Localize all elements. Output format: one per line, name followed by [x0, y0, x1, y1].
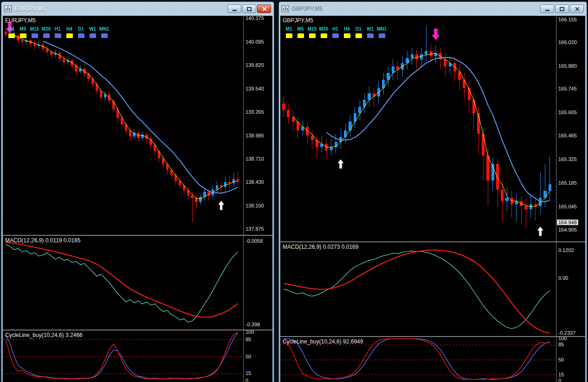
timeframe-MN1: MN1 [98, 26, 110, 38]
chart-window-eurjpy: EURJPY,M5 EURJPY,M5 M1M5M15M30H1H4D1W1MN… [1, 1, 274, 382]
axis-tick: 85 [558, 342, 564, 347]
symbol-label: EURJPY,M5 [5, 17, 36, 24]
timeframe-H4: H4 [341, 26, 353, 38]
timeframe-W1: W1 [364, 26, 376, 38]
axis-tick: 165.880 [558, 63, 577, 69]
price-chart[interactable]: EURJPY,M5 M1M5M15M30H1H4D1W1MN1 [3, 16, 243, 235]
symbol-label: GBPJPY,M5 [283, 17, 313, 24]
cycleline-scale[interactable]: 1008550150 [243, 330, 272, 382]
axis-tick: 166.020 [558, 39, 577, 45]
price-chart[interactable]: GBPJPY,M5 M1M5M15M30H1H4D1W1MN1 [280, 16, 556, 241]
cycleline-chart[interactable]: CycleLine_buy(10,24,6) 92.6949 [280, 337, 556, 382]
axis-tick: 0.00 [558, 275, 568, 281]
maximize-button[interactable] [555, 5, 569, 13]
price-scale[interactable]: 140.375140.095139.820139.540139.265138.9… [243, 16, 272, 235]
timeframe-label: D1 [78, 26, 84, 32]
timeframe-M30: M30 [318, 26, 330, 38]
titlebar[interactable]: EURJPY,M5 [3, 2, 272, 16]
close-button[interactable] [570, 5, 584, 13]
timeframe-label: H1 [55, 26, 61, 32]
timeframe-state-square [78, 33, 84, 38]
timeframe-state-square [309, 33, 316, 38]
chart-client-area: GBPJPY,M5 M1M5M15M30H1H4D1W1MN1 166.1551… [280, 16, 585, 382]
timeframe-label: M30 [42, 26, 51, 32]
timeframe-D1: D1 [75, 26, 87, 38]
axis-tick: 138.710 [246, 156, 264, 162]
axis-tick: -0.398 [246, 322, 260, 327]
up-signal-arrow [537, 227, 544, 236]
timeframe-M1: M1 [283, 26, 295, 38]
minimize-button[interactable] [540, 5, 554, 13]
timeframe-state-square [90, 33, 96, 38]
timeframe-label: M5 [20, 26, 26, 32]
window-title: GBPJPY,M5 [292, 6, 537, 12]
axis-tick: 165.185 [558, 180, 577, 186]
timeframe-D1: D1 [353, 26, 364, 38]
timeframe-M1: M1 [6, 26, 17, 38]
cycleline-panel: CycleLine_buy(10,24,6) 92.6949 100855015… [280, 337, 585, 382]
axis-tick: 139.820 [246, 62, 264, 68]
timeframe-label: D1 [355, 26, 362, 32]
chart-window-icon [282, 6, 289, 12]
up-signal-arrow [337, 159, 344, 169]
macd-scale[interactable]: -0.0058-0.398 [243, 236, 272, 330]
axis-tick: 100 [246, 330, 254, 335]
axis-tick: 50 [246, 354, 251, 359]
timeframe-label: H4 [66, 26, 72, 32]
maximize-button[interactable] [242, 5, 256, 13]
chart-client-area: EURJPY,M5 M1M5M15M30H1H4D1W1MN1 140.3751… [3, 16, 272, 382]
timeframe-state-square [379, 33, 385, 38]
axis-tick: 139.265 [246, 109, 264, 115]
timeframe-state-square [66, 33, 73, 38]
chart-window-icon [4, 6, 12, 12]
maximize-icon [247, 7, 252, 11]
maximize-icon [560, 7, 564, 11]
timeframe-H1: H1 [52, 26, 64, 38]
timeframe-indicator: M1M5M15M30H1H4D1W1MN1 [283, 26, 388, 38]
timeframe-label: W1 [367, 26, 374, 32]
down-signal-arrow [432, 28, 440, 40]
axis-tick: 138.150 [246, 203, 264, 208]
timeframe-indicator: M1M5M15M30H1H4D1W1MN1 [6, 26, 110, 38]
window-title: EURJPY,M5 [14, 6, 225, 12]
axis-tick: 50 [558, 357, 564, 363]
timeframe-label: H1 [332, 26, 338, 32]
cycleline-label: CycleLine_buy(10,24,6) 3.2466 [5, 332, 83, 338]
close-icon [262, 6, 267, 12]
timeframe-state-square [321, 33, 327, 38]
price-scale[interactable]: 166.155166.020165.880165.745165.605165.4… [556, 16, 585, 241]
main-chart-panel: EURJPY,M5 M1M5M15M30H1H4D1W1MN1 140.3751… [3, 16, 272, 235]
axis-tick: 138.430 [246, 179, 264, 185]
macd-chart[interactable]: MACD(12,26,9) 0.0119 0.0165 [3, 236, 243, 330]
timeframe-state-square [367, 33, 374, 38]
macd-scale[interactable]: 0.12020.00-0.2337 [556, 242, 585, 336]
timeframe-state-square [286, 33, 292, 38]
cycleline-label: CycleLine_buy(10,24,6) 92.6949 [283, 338, 363, 345]
timeframe-MN1: MN1 [376, 26, 388, 38]
close-button[interactable] [257, 5, 271, 13]
timeframe-state-square [20, 33, 26, 38]
chart-window-gbpjpy: GBPJPY,M5 GBPJPY,M5 M1M5M15M30H1H4D1W1MN… [278, 1, 587, 382]
timeframe-state-square [297, 33, 304, 38]
current-price-tag: 164.948 [557, 220, 578, 225]
up-signal-arrow [218, 201, 225, 210]
cycleline-chart[interactable]: CycleLine_buy(10,24,6) 3.2466 [3, 330, 243, 382]
axis-tick: 15 [246, 370, 251, 376]
axis-tick: 0 [558, 378, 561, 382]
timeframe-M5: M5 [295, 26, 306, 38]
timeframe-state-square [8, 33, 15, 38]
main-chart-panel: GBPJPY,M5 M1M5M15M30H1H4D1W1MN1 166.1551… [280, 16, 585, 241]
timeframe-state-square [55, 33, 61, 38]
axis-tick: 164.905 [558, 227, 577, 233]
minimize-button[interactable] [227, 5, 241, 13]
axis-tick: 85 [246, 337, 251, 342]
timeframe-H4: H4 [64, 26, 75, 38]
macd-chart[interactable]: MACD(12,26,9) 0.0273 0.0169 [280, 242, 556, 336]
macd-label: MACD(12,26,9) 0.0119 0.0165 [5, 237, 81, 244]
titlebar[interactable]: GBPJPY,M5 [280, 2, 585, 16]
cycleline-scale[interactable]: 1008550150 [556, 337, 585, 382]
timeframe-M15: M15 [306, 26, 318, 38]
axis-tick: 0 [246, 378, 248, 382]
axis-tick: 100 [558, 337, 567, 341]
timeframe-state-square [332, 33, 339, 38]
